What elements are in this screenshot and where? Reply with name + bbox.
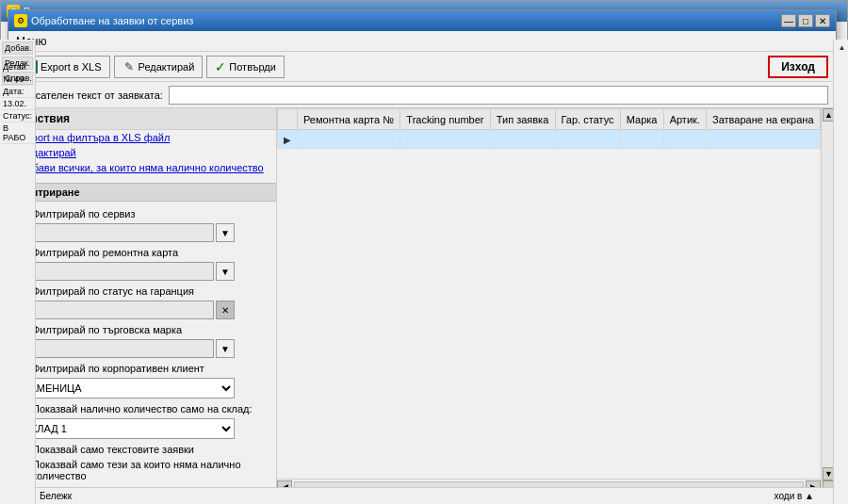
edit-icon: ✎ — [122, 60, 136, 73]
col-brand: Марка — [620, 109, 663, 130]
detail-label-1: Детай — [1, 61, 35, 73]
filter4-label: Филтрирай по търговска марка — [32, 324, 182, 335]
filter-row-6: Показвай налично количество само на скла… — [8, 400, 276, 416]
filter4-input-row: ▼ — [8, 337, 276, 360]
filter5-label: Филтрирай по корпоративен клиент — [32, 363, 204, 374]
action-add-all[interactable]: Добави всички, за които няма налично кол… — [8, 160, 276, 175]
dialog-title: Обработване на заявки от сервиз — [31, 15, 193, 26]
filter3-input[interactable] — [16, 301, 214, 319]
main-dialog: ⚙ Обработване на заявки от сервиз — □ ✕ … — [8, 9, 837, 495]
dialog-toolbar: X Export в XLS ✎ Редактирай ✓ Потвърди И… — [8, 52, 836, 82]
exit-button[interactable]: Изход — [768, 56, 828, 78]
col-tracking: Tracking number — [400, 109, 490, 130]
left-panel: Действия Export на филтъра в XLS файл Ре… — [8, 108, 277, 494]
confirm-label: Потвърди — [229, 61, 276, 73]
filter3-input-row: ✕ — [8, 299, 276, 321]
bg-bottom-strip: Бележк ходи в ▲ — [36, 487, 833, 504]
bg-bottom-right: ходи в ▲ — [775, 491, 814, 501]
bg-right-sidebar: ▲ — [833, 40, 848, 504]
table-body: ▶ — [278, 130, 821, 149]
filter8-label: Показвай само тези за които няма налично… — [32, 459, 269, 481]
row-indicator-icon: ▶ — [284, 135, 291, 145]
detail-label-3: Дата: — [1, 86, 35, 98]
cell-article — [663, 130, 706, 149]
detail-label-5: Статус: — [1, 110, 35, 122]
bg-sidebar-item-1: Добав. — [2, 41, 33, 55]
desc-input[interactable] — [169, 86, 828, 105]
detail-label-2: № 49 — [1, 73, 35, 86]
desc-label: Описателен текст от заявката: — [16, 89, 163, 101]
col-zatvarane: Затваране на екрана — [707, 109, 821, 130]
dialog-title-controls: — □ ✕ — [781, 14, 830, 27]
filter-row-7: Показвай само текстовите заявки — [8, 441, 276, 457]
detail-label-6: В РАБО — [1, 122, 35, 144]
filter2-input[interactable] — [16, 262, 214, 281]
action-export[interactable]: Export на филтъра в XLS файл — [8, 130, 276, 145]
filter1-label: Филтрирай по сервиз — [32, 208, 136, 219]
bg-right-sidebar-content: ▲ — [834, 40, 848, 504]
dialog-title-bar: ⚙ Обработване на заявки от сервиз — □ ✕ — [8, 10, 836, 31]
filter-row-1: Филтрирай по сервиз — [8, 205, 276, 221]
cell-warranty — [555, 130, 620, 149]
dialog-icon: ⚙ — [14, 14, 27, 27]
confirm-button[interactable]: ✓ Потвърди — [206, 56, 285, 78]
restore-button[interactable]: □ — [798, 14, 813, 27]
action-edit[interactable]: Редактирай — [8, 145, 276, 160]
edit-button[interactable]: ✎ Редактирай — [114, 56, 204, 78]
filter2-btn[interactable]: ▼ — [216, 262, 235, 281]
filter4-btn[interactable]: ▼ — [216, 339, 235, 358]
dialog-body: Действия Export на филтъра в XLS файл Ре… — [8, 108, 836, 494]
table-row-selected[interactable]: ▶ — [278, 130, 821, 149]
table-header-row: Ремонтна карта № Tracking number Тип зая… — [278, 109, 821, 130]
cell-type — [490, 130, 555, 149]
filter1-input[interactable] — [16, 223, 214, 242]
detail-label-4: 13.02. — [1, 98, 35, 110]
bg-bottom-detail: Бележк — [40, 491, 72, 501]
cell-zatvarane — [707, 130, 821, 149]
actions-header: Действия — [8, 108, 276, 130]
filter-row-3: Филтрирай по статус на гаранция — [8, 283, 276, 299]
dialog-title-left: ⚙ Обработване на заявки от сервиз — [14, 14, 193, 27]
export-xls-label: Export в XLS — [41, 61, 102, 73]
filter1-input-row: ▼ — [8, 221, 276, 244]
filter-row-5: Филтрирай по корпоративен клиент — [8, 360, 276, 376]
filter3-label: Филтрирай по статус на гаранция — [32, 285, 194, 297]
exit-label: Изход — [781, 60, 815, 73]
corp-select[interactable]: КАМЕНИЦА — [16, 378, 235, 398]
row-indicator-cell: ▶ — [278, 130, 298, 149]
filter-row-2: Филтрирай по ремонтна карта — [8, 244, 276, 260]
filter6-select-row: СКЛАД 1 — [8, 416, 276, 441]
edit-label: Редактирай — [139, 61, 195, 73]
filter5-select-row: КАМЕНИЦА — [8, 376, 276, 400]
warehouse-select[interactable]: СКЛАД 1 — [16, 418, 235, 439]
filter7-label: Показвай само текстовите заявки — [32, 444, 194, 455]
filter1-btn[interactable]: ▼ — [216, 223, 235, 242]
table-header: Ремонтна карта № Tracking number Тип зая… — [278, 109, 821, 130]
filter-header: Филтриране — [8, 183, 276, 202]
filter6-label: Показвай налично количество само на скла… — [32, 403, 253, 415]
minimize-button[interactable]: — — [781, 14, 796, 27]
desc-row: Описателен текст от заявката: — [8, 82, 836, 108]
dialog-menu-bar: Меню — [8, 31, 836, 52]
col-type: Тип заявка — [490, 109, 555, 130]
table-container: Ремонтна карта № Tracking number Тип зая… — [277, 108, 821, 479]
data-table: Ремонтна карта № Tracking number Тип зая… — [277, 108, 821, 149]
close-button[interactable]: ✕ — [815, 14, 830, 27]
col-indicator — [278, 109, 298, 130]
filter-section: Филтриране Филтрирай по сервиз ▼ Филтрир… — [8, 183, 276, 494]
col-warranty: Гар. статус — [555, 109, 620, 130]
cell-repair-card — [298, 130, 400, 149]
filter-row-8: Показвай само тези за които няма налично… — [8, 457, 276, 483]
bg-right-label: ▲ — [834, 40, 848, 56]
filter-row-4: Филтрирай по търговска марка — [8, 321, 276, 337]
desktop: 📋 Входящи заявки за склад Меню Добав. Ре… — [0, 0, 848, 504]
filter3-btn[interactable]: ✕ — [216, 301, 235, 319]
detail-labels: Детай № 49 Дата: 13.02. Статус: В РАБО — [0, 60, 36, 145]
filter2-input-row: ▼ — [8, 260, 276, 283]
cell-tracking — [400, 130, 490, 149]
col-article: Артик. — [663, 109, 706, 130]
filter2-label: Филтрирай по ремонтна карта — [32, 247, 178, 258]
col-repair-card: Ремонтна карта № — [298, 109, 400, 130]
filter4-input[interactable] — [16, 339, 214, 358]
cell-brand — [620, 130, 663, 149]
